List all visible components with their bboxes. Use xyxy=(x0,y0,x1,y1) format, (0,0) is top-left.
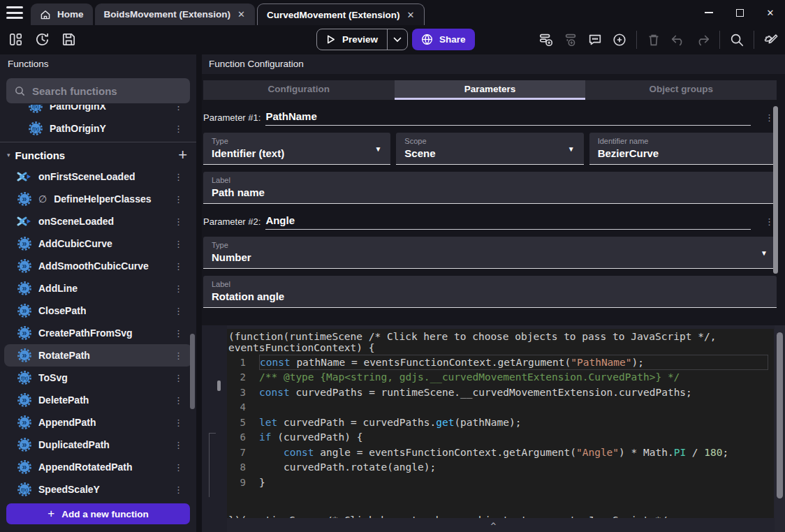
item-menu-icon[interactable]: ⋮ xyxy=(172,373,185,383)
maximize-icon[interactable] xyxy=(735,8,744,17)
item-menu-icon[interactable]: ⋮ xyxy=(172,328,185,339)
code-line-9[interactable]: 9} xyxy=(227,475,774,490)
function-item-definehelperclasses[interactable]: »∅DefineHelperClasses⋮ xyxy=(4,188,192,210)
function-item-pathoriginx[interactable]: f(x)PathOriginX⋮ xyxy=(4,105,192,117)
share-button[interactable]: Share xyxy=(412,29,475,50)
item-menu-icon[interactable]: ⋮ xyxy=(172,105,185,112)
item-menu-icon[interactable]: ⋮ xyxy=(172,440,185,450)
code-line-3[interactable]: 3const curvedPaths = runtimeScene.__curv… xyxy=(227,385,774,400)
parameter-name-input[interactable]: Angle xyxy=(265,214,751,230)
expression-icon: f(x) xyxy=(28,121,43,135)
delete-icon[interactable] xyxy=(646,32,661,47)
search-box[interactable] xyxy=(6,78,190,103)
function-item-closepath[interactable]: »ClosePath⋮ xyxy=(4,300,192,322)
search-icon[interactable] xyxy=(729,32,744,47)
undo-icon[interactable] xyxy=(670,32,686,47)
function-item-addline[interactable]: »AddLine⋮ xyxy=(4,277,192,300)
function-item-onsceneloaded[interactable]: onSceneLoaded⋮ xyxy=(4,210,192,232)
js-code-editor[interactable]: (function(runtimeScene /* Click here to … xyxy=(227,329,774,518)
item-menu-icon[interactable]: ⋮ xyxy=(172,462,185,473)
close-icon[interactable]: ✕ xyxy=(765,8,775,17)
input-label[interactable]: LabelRotation angle xyxy=(203,276,777,308)
preview-button[interactable]: Preview xyxy=(317,29,387,50)
function-item-addcubiccurve[interactable]: »AddCubicCurve⋮ xyxy=(4,232,192,255)
code-line-7[interactable]: 7 const angle = eventsFunctionContext.ge… xyxy=(227,445,774,460)
sidebar-scrollbar[interactable] xyxy=(190,334,195,409)
code-footer-line[interactable]: })(runtimeScene /* Click here to choose … xyxy=(228,515,774,519)
item-menu-icon[interactable]: ⋮ xyxy=(172,306,185,316)
function-configuration-panel: Function Configuration ConfigurationPara… xyxy=(202,54,785,532)
function-item-deletepath[interactable]: »DeletePath⋮ xyxy=(4,389,192,411)
function-item-speedscaley[interactable]: f(x)SpeedScaleY⋮ xyxy=(4,478,192,499)
input-identifier-name[interactable]: Identifier nameBezierCurve xyxy=(589,133,777,165)
edit-extension-icon[interactable] xyxy=(763,32,779,47)
function-item-duplicatedpath[interactable]: »DuplicatedPath⋮ xyxy=(4,434,192,456)
parameter-name-input[interactable]: PathName xyxy=(265,110,751,126)
functions-section-header[interactable]: ▾ Functions + xyxy=(0,145,196,165)
save-icon[interactable] xyxy=(61,31,77,47)
lifecycle-function-icon xyxy=(17,214,32,228)
select-type[interactable]: TypeNumber▼ xyxy=(203,237,777,269)
function-item-rotatepath[interactable]: »RotatePath⋮ xyxy=(4,344,192,367)
item-menu-icon[interactable]: ⋮ xyxy=(172,261,185,272)
add-circle-icon[interactable] xyxy=(612,32,627,47)
main-menu-icon[interactable] xyxy=(6,6,23,19)
code-line-1[interactable]: 1const pathName = eventsFunctionContext.… xyxy=(227,355,774,370)
code-line-8[interactable]: 8 curvedPath.rotate(angle); xyxy=(227,460,774,475)
config-tab-object-groups[interactable]: Object groups xyxy=(585,80,777,100)
code-scrollbar[interactable] xyxy=(777,332,783,498)
config-tab-configuration[interactable]: Configuration xyxy=(203,80,395,100)
item-menu-icon[interactable]: ⋮ xyxy=(172,350,185,361)
code-line-5[interactable]: 5let curvedPath = curvedPaths.get(pathNa… xyxy=(227,415,774,430)
code-line-6[interactable]: 6if (curvedPath) { xyxy=(227,430,774,445)
minimize-icon[interactable] xyxy=(704,8,714,17)
tab-curvedmovement-extension[interactable]: CurvedMovement (Extension)✕ xyxy=(257,3,425,25)
item-menu-icon[interactable]: ⋮ xyxy=(172,485,185,495)
add-comment-icon[interactable] xyxy=(587,32,603,47)
parameters-scrollbar[interactable] xyxy=(773,106,778,274)
search-input[interactable] xyxy=(32,85,182,97)
tab-close-icon[interactable]: ✕ xyxy=(237,8,246,21)
history-icon[interactable] xyxy=(34,31,50,47)
select-type[interactable]: TypeIdentifier (text)▼ xyxy=(203,133,390,165)
item-menu-icon[interactable]: ⋮ xyxy=(172,124,185,134)
chevron-down-icon xyxy=(393,37,402,43)
config-tab-parameters[interactable]: Parameters xyxy=(395,80,586,100)
add-event-icon[interactable] xyxy=(538,32,554,47)
sidebar-title: Functions xyxy=(0,54,196,74)
function-item-pathoriginy[interactable]: f(x)PathOriginY⋮ xyxy=(4,117,192,140)
input-label[interactable]: LabelPath name xyxy=(203,172,777,204)
function-item-onfirstsceneloaded[interactable]: onFirstSceneLoaded⋮ xyxy=(4,165,192,188)
toolbar-divider xyxy=(719,31,720,49)
item-menu-icon[interactable]: ⋮ xyxy=(172,194,185,205)
event-drag-handle[interactable] xyxy=(217,380,221,391)
function-item-appendpath[interactable]: »AppendPath⋮ xyxy=(4,411,192,434)
add-new-function-button[interactable]: + Add a new function xyxy=(6,503,190,524)
line-number: 4 xyxy=(227,401,259,413)
function-item-createpathfromsvg[interactable]: »CreatePathFromSvg⋮ xyxy=(4,322,192,344)
add-sub-event-icon[interactable] xyxy=(563,32,578,47)
item-menu-icon[interactable]: ⋮ xyxy=(172,395,185,406)
projects-panel-icon[interactable] xyxy=(8,31,24,47)
item-menu-icon[interactable]: ⋮ xyxy=(172,216,185,227)
item-menu-icon[interactable]: ⋮ xyxy=(172,418,185,428)
code-line-4[interactable]: 4 xyxy=(227,400,774,415)
item-menu-icon[interactable]: ⋮ xyxy=(172,283,185,294)
function-item-addsmoothcubiccurve[interactable]: »AddSmoothCubicCurve⋮ xyxy=(4,255,192,277)
code-line-2[interactable]: 2/** @type {Map<string, gdjs.__curvedMov… xyxy=(227,370,774,385)
tab-close-icon[interactable]: ✕ xyxy=(406,8,415,22)
collapse-caret-icon[interactable]: ^ xyxy=(491,521,497,531)
tab-boidsmovement-extension[interactable]: BoidsMovement (Extension)✕ xyxy=(95,3,255,25)
preview-dropdown-button[interactable] xyxy=(387,29,407,50)
select-scope[interactable]: ScopeScene▼ xyxy=(396,133,583,165)
code-wrapper-header[interactable]: (function(runtimeScene /* Click here to … xyxy=(227,329,774,355)
redo-icon[interactable] xyxy=(695,32,710,47)
field-value: BezierCurve xyxy=(598,147,768,159)
item-menu-icon[interactable]: ⋮ xyxy=(172,239,185,249)
expression-function-icon: f(x) xyxy=(17,371,31,385)
function-item-appendrotatedpath[interactable]: »AppendRotatedPath⋮ xyxy=(4,456,192,478)
tab-home[interactable]: Home xyxy=(31,3,93,25)
function-item-tosvg[interactable]: f(x)ToSvg⋮ xyxy=(4,367,192,389)
item-menu-icon[interactable]: ⋮ xyxy=(172,172,185,182)
add-function-icon[interactable]: + xyxy=(178,148,187,162)
